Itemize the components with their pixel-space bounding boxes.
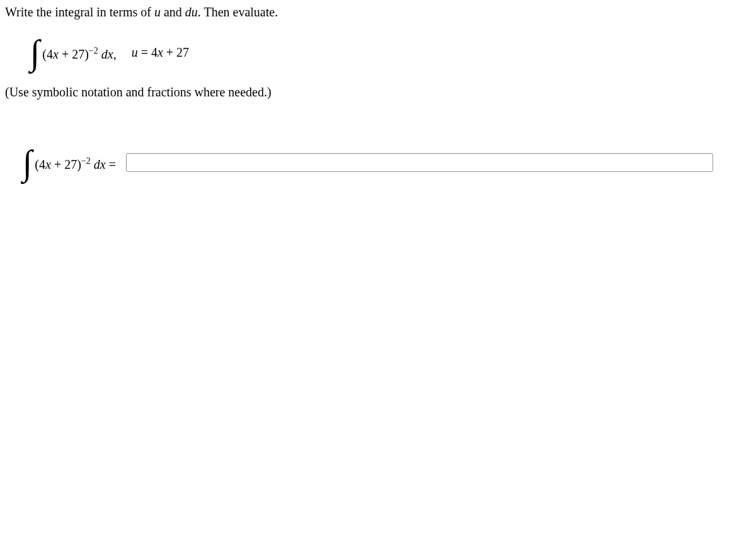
question-var-du: du bbox=[185, 5, 198, 19]
question-var-u: u bbox=[154, 5, 161, 19]
substitution-condition: u = 4x + 27 bbox=[132, 45, 189, 60]
cond-plus: + bbox=[163, 45, 176, 59]
answer-row: ∫ (4x + 27)−2 dx = bbox=[23, 145, 751, 180]
answer-input[interactable] bbox=[126, 153, 713, 172]
exponent-neg2: −2 bbox=[81, 156, 91, 166]
coeff-4: 4 bbox=[47, 47, 53, 60]
cond-eq: = bbox=[138, 45, 151, 59]
plus-sign: + bbox=[51, 157, 64, 171]
question-mid: and bbox=[161, 5, 185, 19]
question-prefix: Write the integral in terms of bbox=[5, 5, 154, 19]
differential-d: d bbox=[94, 157, 100, 171]
integral-display-row: ∫ (4x + 27)−2 dx, u = 4x + 27 bbox=[5, 35, 751, 70]
question-text: Write the integral in terms of u and du.… bbox=[5, 5, 751, 20]
differential-d: d bbox=[101, 47, 108, 60]
var-x: x bbox=[45, 157, 51, 171]
input-hint: (Use symbolic notation and fractions whe… bbox=[5, 85, 751, 100]
rparen: ) bbox=[77, 157, 81, 171]
cond-x: x bbox=[158, 45, 163, 59]
answer-integral-expression: ∫ (4x + 27)−2 dx = bbox=[23, 145, 116, 180]
coeff-4: 4 bbox=[39, 157, 45, 171]
cond-const: 27 bbox=[176, 45, 189, 59]
const-27: 27 bbox=[64, 157, 77, 171]
cond-u: u bbox=[132, 45, 138, 59]
rparen: ) bbox=[84, 47, 89, 60]
integral-sign-icon: ∫ bbox=[30, 35, 40, 70]
var-x: x bbox=[53, 47, 59, 60]
lparen: ( bbox=[42, 47, 47, 60]
const-27: 27 bbox=[72, 47, 84, 60]
plus-sign: + bbox=[59, 47, 72, 60]
question-suffix: . Then evaluate. bbox=[198, 5, 278, 19]
integral-expression: ∫ (4x + 27)−2 dx, bbox=[30, 35, 117, 70]
comma: , bbox=[113, 47, 117, 60]
diff-var-x: x bbox=[100, 157, 106, 171]
answer-integrand: (4x + 27)−2 dx = bbox=[35, 154, 116, 172]
exponent-neg2: −2 bbox=[89, 46, 98, 55]
cond-coeff: 4 bbox=[151, 45, 158, 59]
equals-sign: = bbox=[106, 157, 116, 171]
lparen: ( bbox=[35, 157, 39, 171]
diff-var-x: x bbox=[108, 47, 113, 60]
integrand-expression: (4x + 27)−2 dx, bbox=[42, 43, 116, 62]
integral-sign-icon: ∫ bbox=[23, 145, 32, 180]
